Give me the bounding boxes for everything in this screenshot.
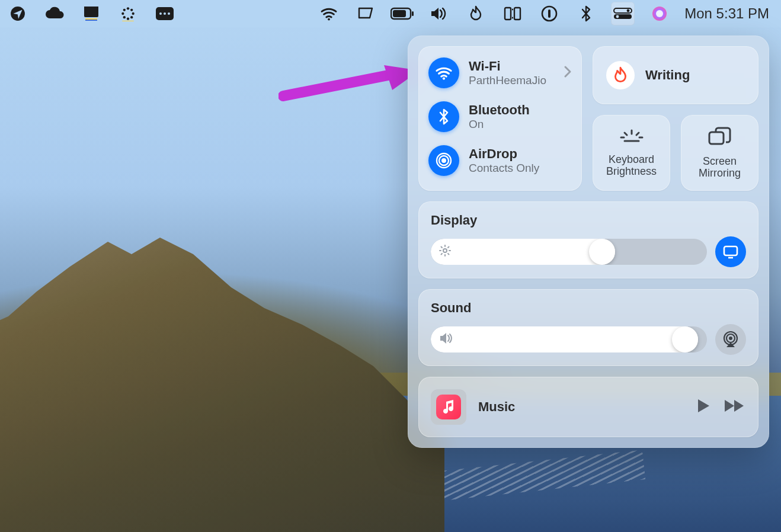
connectivity-tile: Wi-Fi ParthHeemaJio Bluetooth On xyxy=(418,46,582,191)
svg-line-54 xyxy=(448,254,449,255)
svg-rect-57 xyxy=(724,246,737,255)
bluetooth-menu-icon[interactable] xyxy=(574,2,598,25)
focus-tile[interactable]: Writing xyxy=(593,46,758,104)
wifi-title: Wi-Fi xyxy=(469,59,554,74)
siri-menu-icon[interactable] xyxy=(648,2,671,25)
svg-line-44 xyxy=(636,133,639,135)
svg-line-43 xyxy=(625,133,627,135)
sound-title: Sound xyxy=(431,300,746,316)
svg-line-53 xyxy=(441,246,443,248)
display-title: Display xyxy=(431,213,746,228)
keyboard-brightness-tile[interactable]: Keyboard Brightness xyxy=(593,115,670,191)
svg-point-34 xyxy=(656,10,663,17)
sound-section: Sound xyxy=(418,289,758,366)
now-playing-section: Music xyxy=(418,377,758,437)
focus-label: Writing xyxy=(645,68,690,83)
brightness-low-icon xyxy=(439,245,451,259)
svg-point-6 xyxy=(127,18,129,20)
svg-rect-2 xyxy=(84,7,98,10)
now-playing-title: Music xyxy=(478,399,684,415)
wallpaper-mountain xyxy=(0,117,444,532)
stage-menu-icon[interactable] xyxy=(501,2,524,25)
svg-line-56 xyxy=(441,254,443,255)
battery-menu-icon[interactable] xyxy=(390,2,414,25)
svg-point-11 xyxy=(123,16,126,18)
cloud-menu-icon[interactable] xyxy=(43,2,66,25)
wifi-row[interactable]: Wi-Fi ParthHeemaJio xyxy=(428,57,572,88)
onepassword-menu-icon[interactable] xyxy=(537,2,561,25)
svg-point-8 xyxy=(132,12,135,15)
control-center-menu-icon[interactable] xyxy=(611,2,635,25)
screen-mirroring-icon xyxy=(708,126,732,149)
svg-line-55 xyxy=(448,246,449,248)
chevron-right-icon[interactable] xyxy=(564,64,572,82)
volume-low-icon xyxy=(439,332,453,347)
svg-point-32 xyxy=(616,15,619,18)
wifi-icon xyxy=(428,57,459,88)
display-section: Display xyxy=(418,201,758,278)
svg-rect-24 xyxy=(514,8,520,20)
svg-rect-23 xyxy=(505,8,511,20)
bluetooth-title: Bluetooth xyxy=(469,102,572,118)
wifi-menu-icon[interactable] xyxy=(317,2,341,25)
keyboard-brightness-label: Keyboard Brightness xyxy=(598,154,665,178)
svg-point-48 xyxy=(443,249,447,252)
location-menu-icon[interactable] xyxy=(6,2,30,25)
svg-point-5 xyxy=(127,7,129,9)
svg-point-30 xyxy=(627,9,630,12)
focus-flame-icon xyxy=(606,61,635,89)
svg-rect-22 xyxy=(412,11,414,16)
svg-marker-63 xyxy=(698,399,709,412)
app2-menu-icon[interactable] xyxy=(116,2,140,25)
svg-rect-47 xyxy=(709,132,724,144)
svg-point-16 xyxy=(159,12,162,15)
svg-point-38 xyxy=(441,158,446,163)
airdrop-row[interactable]: AirDrop Contacts Only xyxy=(428,145,572,176)
keyboard-brightness-icon xyxy=(619,128,645,147)
svg-rect-28 xyxy=(548,9,550,18)
sound-output-button[interactable] xyxy=(715,324,746,355)
sound-slider[interactable] xyxy=(431,326,707,352)
screen-mirroring-tile[interactable]: Screen Mirroring xyxy=(681,115,758,191)
next-track-button[interactable] xyxy=(724,399,746,415)
app3-menu-icon[interactable] xyxy=(153,2,177,25)
airdrop-icon xyxy=(428,145,459,176)
airdrop-title: AirDrop xyxy=(469,146,572,162)
display-menu-icon[interactable] xyxy=(354,2,377,25)
svg-point-37 xyxy=(443,77,445,79)
wifi-subtitle: ParthHeemaJio xyxy=(469,74,554,87)
svg-point-17 xyxy=(164,12,166,15)
svg-point-59 xyxy=(729,336,732,340)
control-center-panel: Wi-Fi ParthHeemaJio Bluetooth On xyxy=(408,36,769,448)
svg-rect-13 xyxy=(122,21,134,21)
svg-point-7 xyxy=(121,12,124,15)
menu-bar: Mon 5:31 PM xyxy=(0,0,781,27)
volume-menu-icon[interactable] xyxy=(427,2,451,25)
bluetooth-row[interactable]: Bluetooth On xyxy=(428,101,572,132)
svg-point-10 xyxy=(130,9,133,11)
screen-mirroring-label: Screen Mirroring xyxy=(686,156,753,180)
bluetooth-icon xyxy=(428,101,459,132)
flame-menu-icon[interactable] xyxy=(464,2,488,25)
bluetooth-subtitle: On xyxy=(469,118,572,131)
play-button[interactable] xyxy=(696,398,710,416)
menubar-clock[interactable]: Mon 5:31 PM xyxy=(684,5,775,22)
svg-marker-64 xyxy=(725,400,734,412)
display-settings-button[interactable] xyxy=(715,236,746,267)
svg-point-9 xyxy=(123,9,126,11)
music-app-icon[interactable] xyxy=(431,389,466,425)
svg-point-18 xyxy=(168,12,170,15)
airdrop-subtitle: Contacts Only xyxy=(469,162,572,175)
svg-rect-4 xyxy=(85,20,97,21)
app1-menu-icon[interactable] xyxy=(79,2,103,25)
svg-point-19 xyxy=(328,18,330,21)
svg-point-12 xyxy=(130,16,133,18)
svg-rect-21 xyxy=(393,10,406,17)
svg-marker-65 xyxy=(734,400,744,412)
display-slider[interactable] xyxy=(431,239,707,265)
